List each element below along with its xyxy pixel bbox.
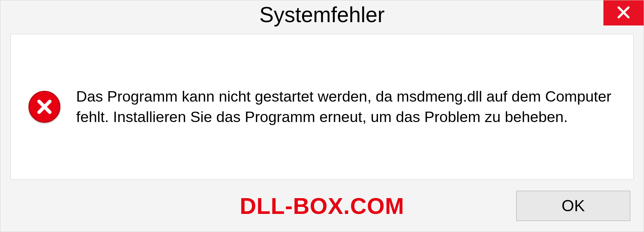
error-message: Das Programm kann nicht gestartet werden…: [76, 86, 616, 127]
content-area: Das Programm kann nicht gestartet werden…: [10, 34, 634, 180]
error-icon: [28, 90, 61, 124]
close-button[interactable]: [603, 0, 644, 25]
footer-area: DLL-BOX.COM OK: [0, 180, 644, 232]
title-bar: Systemfehler: [0, 0, 644, 29]
close-icon: [616, 5, 631, 21]
ok-button[interactable]: OK: [516, 191, 630, 221]
watermark-text: DLL-BOX.COM: [240, 193, 405, 219]
error-dialog: Systemfehler Das Programm kann nicht ges…: [0, 0, 644, 232]
dialog-title: Systemfehler: [259, 2, 384, 27]
